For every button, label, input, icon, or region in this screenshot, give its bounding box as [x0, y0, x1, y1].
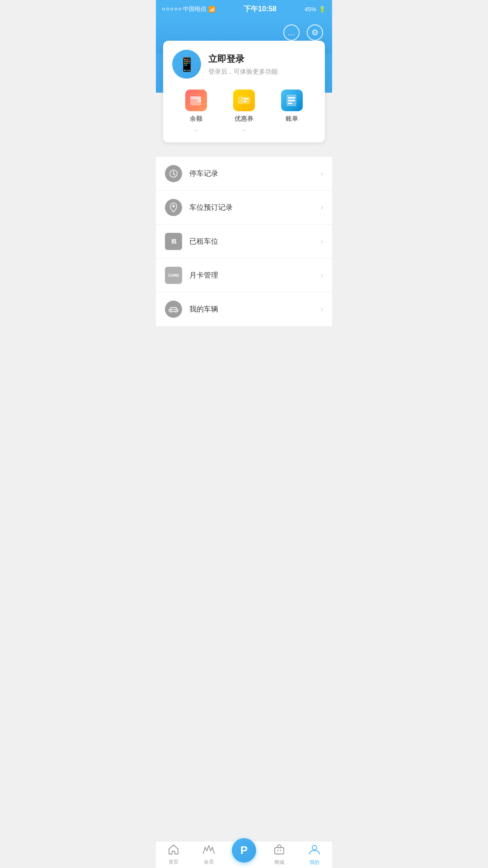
blue-header-area: … ⚙ 📱 立即登录 登录后，可体验更多功能	[156, 18, 332, 142]
svg-point-17	[170, 311, 172, 312]
svg-point-15	[173, 205, 175, 208]
status-bar: 中国电信 📶 下午10:58 45% 🔋	[156, 0, 332, 18]
rent-text: 租	[171, 238, 176, 245]
bottom-spacer	[156, 326, 332, 363]
rented-spot-label: 已租车位	[189, 237, 321, 246]
svg-point-18	[175, 311, 177, 312]
avatar-icon: 📱	[178, 57, 195, 72]
my-vehicle-label: 我的车辆	[189, 305, 321, 314]
status-left: 中国电信 📶	[162, 5, 216, 13]
battery-icon: 🔋	[319, 6, 326, 13]
svg-rect-6	[243, 98, 249, 99]
chat-button[interactable]: …	[283, 24, 300, 41]
parking-record-icon	[165, 165, 182, 182]
profile-text: 立即登录 登录后，可体验更多功能	[208, 53, 278, 76]
time-label: 下午10:58	[244, 5, 277, 14]
my-vehicle-chevron: ›	[321, 305, 323, 313]
carrier-label: 中国电信	[183, 5, 206, 13]
wallet-action[interactable]: 余额 --	[172, 90, 220, 133]
reservation-record-item[interactable]: 车位预订记录 ›	[156, 191, 332, 225]
reservation-record-label: 车位预订记录	[189, 203, 321, 212]
monthly-card-chevron: ›	[321, 271, 323, 279]
svg-rect-10	[288, 100, 295, 101]
settings-button[interactable]: ⚙	[307, 24, 323, 41]
profile-actions: 余额 -- 优惠券 --	[172, 90, 316, 133]
monthly-card-icon: CARD	[165, 267, 182, 284]
card-text: CARD	[168, 273, 179, 278]
spacer-1	[156, 142, 332, 150]
dot2	[166, 8, 169, 10]
svg-rect-9	[288, 97, 295, 99]
signal-dots	[162, 8, 181, 10]
coupon-value: --	[242, 127, 246, 133]
chat-icon: …	[287, 28, 296, 38]
login-subtitle: 登录后，可体验更多功能	[208, 68, 278, 76]
parking-record-chevron: ›	[321, 170, 323, 178]
reservation-record-icon	[165, 199, 182, 216]
svg-rect-7	[243, 101, 247, 102]
bill-icon-wrap	[281, 90, 303, 111]
dot4	[174, 8, 177, 10]
battery-label: 45%	[305, 6, 316, 13]
settings-icon: ⚙	[311, 28, 319, 38]
login-title: 立即登录	[208, 53, 278, 65]
monthly-card-item[interactable]: CARD 月卡管理 ›	[156, 259, 332, 292]
dot3	[170, 8, 173, 10]
bill-action[interactable]: 账单	[268, 90, 316, 133]
wallet-value: --	[194, 127, 198, 133]
parking-record-item[interactable]: 停车记录 ›	[156, 157, 332, 191]
status-right: 45% 🔋	[305, 6, 326, 13]
avatar: 📱	[172, 50, 201, 79]
my-vehicle-item[interactable]: 我的车辆 ›	[156, 292, 332, 326]
wallet-label: 余额	[190, 115, 202, 123]
rented-spot-icon: 租	[165, 233, 182, 250]
coupon-action[interactable]: 优惠券 --	[220, 90, 268, 133]
coupon-label: 优惠券	[235, 115, 253, 123]
menu-list: 停车记录 › 车位预订记录 › 租 已租车位 › CARD 月卡管理 ›	[156, 157, 332, 326]
profile-card: 📱 立即登录 登录后，可体验更多功能 余额 --	[163, 41, 325, 142]
my-vehicle-icon	[165, 301, 182, 318]
rented-spot-chevron: ›	[321, 237, 323, 245]
parking-record-label: 停车记录	[189, 169, 321, 179]
coupon-icon-wrap	[233, 90, 255, 111]
svg-point-3	[198, 100, 200, 102]
svg-line-14	[174, 174, 175, 175]
wallet-icon-wrap	[185, 90, 207, 111]
reservation-record-chevron: ›	[321, 203, 323, 212]
dot1	[162, 8, 165, 10]
dot5	[178, 8, 181, 10]
monthly-card-label: 月卡管理	[189, 271, 321, 280]
bill-label: 账单	[286, 115, 298, 123]
svg-rect-4	[238, 97, 250, 104]
wifi-icon: 📶	[208, 6, 216, 13]
svg-rect-11	[288, 103, 292, 104]
rented-spot-item[interactable]: 租 已租车位 ›	[156, 225, 332, 259]
svg-rect-1	[190, 96, 201, 99]
profile-header[interactable]: 📱 立即登录 登录后，可体验更多功能	[172, 50, 316, 79]
